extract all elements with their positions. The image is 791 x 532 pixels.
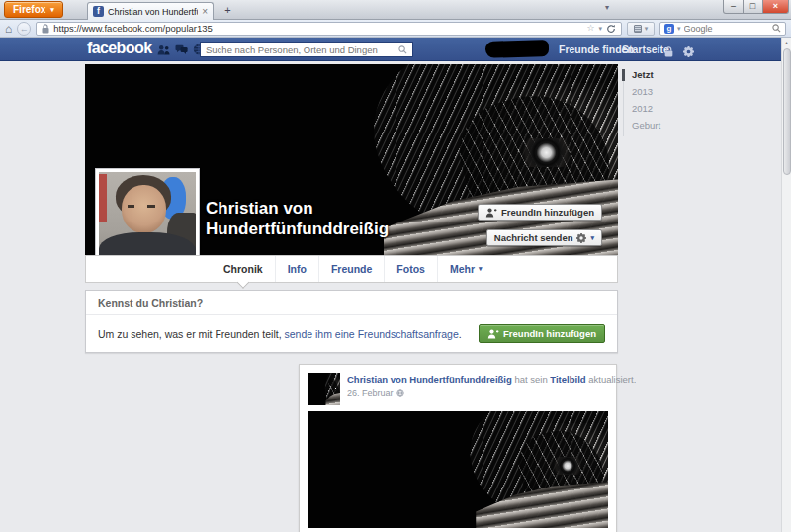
tab-fotos[interactable]: Fotos [384, 256, 437, 282]
lock-icon [42, 24, 49, 34]
profile-name-line1: Christian von [206, 198, 389, 219]
search-engine-dropdown-icon[interactable]: ▾ [677, 25, 681, 33]
web-search-box[interactable]: g ▾ [659, 22, 786, 36]
post-image[interactable] [308, 411, 608, 528]
post-timestamp[interactable]: 26. Februar [347, 388, 636, 398]
facebook-logo[interactable]: facebook [87, 40, 151, 57]
bookmark-star-icon[interactable]: ☆ [586, 24, 594, 33]
timeline-post: Christian von Hundertfünfunddreißig hat … [299, 364, 617, 532]
facebook-favicon-icon: f [93, 6, 104, 17]
url-input[interactable] [53, 23, 582, 34]
scrollbar[interactable]: ▴ [781, 38, 791, 532]
tab-chronik[interactable]: Chronik [212, 256, 275, 282]
tab-mehr[interactable]: Mehr▾ [437, 256, 494, 282]
timeline-item-geburt[interactable]: Geburt [632, 120, 660, 132]
timeline-nav: Jetzt 2013 2012 Geburt [623, 69, 660, 136]
profile-tabbar: Chronik Info Freunde Fotos Mehr▾ [85, 255, 618, 283]
add-friend-button[interactable]: FreundIn hinzufügen [478, 204, 602, 221]
send-message-label: Nachricht senden [494, 232, 573, 243]
search-icon[interactable] [772, 24, 781, 33]
scroll-up-icon[interactable]: ▴ [782, 38, 791, 47]
browser-toolbar: ⌂ ← ☆ ▾ ▾ g ▾ [0, 20, 791, 38]
new-tab-button[interactable]: + [220, 4, 236, 18]
home-icon[interactable]: ⌂ [5, 23, 12, 35]
chevron-down-icon[interactable]: ▾ [590, 234, 594, 242]
google-logo-icon[interactable]: g [664, 24, 674, 34]
browser-tab[interactable]: f Christian von Hundertfünfunddreißig × [87, 2, 214, 20]
timeline-item-jetzt[interactable]: Jetzt [632, 69, 660, 81]
firefox-menu-button[interactable]: Firefox ▾ [4, 1, 63, 18]
redacted-username[interactable] [485, 40, 549, 58]
web-search-input[interactable] [684, 24, 769, 34]
add-friend-button-green[interactable]: FreundIn hinzufügen [479, 324, 605, 343]
facebook-nav-icons [157, 44, 205, 55]
friend-request-link[interactable]: sende ihm eine Freundschaftsanfrage [285, 328, 459, 340]
chevron-down-icon: ▾ [479, 256, 483, 282]
post-header-text: Christian von Hundertfünfunddreißig hat … [347, 373, 636, 386]
firefox-menu-label: Firefox [13, 2, 45, 17]
search-icon[interactable] [398, 45, 407, 54]
bookmarks-icon [634, 25, 642, 33]
post-avatar[interactable] [308, 373, 340, 405]
maximize-button[interactable]: □ [743, 0, 763, 14]
add-friend-icon [487, 329, 499, 339]
tab-title: Christian von Hundertfünfunddreißig [108, 7, 198, 17]
list-tabs-icon[interactable]: ▾ [605, 3, 609, 12]
messages-icon[interactable] [175, 44, 188, 55]
profile-name: Christian von Hundertfünfunddreißig [206, 198, 389, 239]
post-object-link[interactable]: Titelbild [550, 374, 585, 385]
facebook-navbar: facebook Freunde finden Startseite [0, 38, 781, 61]
know-christian-box: Kennst du Christian? Um zu sehen, was er… [85, 290, 618, 353]
timeline-item-2012[interactable]: 2012 [632, 103, 660, 115]
back-button[interactable]: ← [17, 22, 31, 36]
privacy-lock-icon[interactable] [664, 44, 673, 61]
gear-icon[interactable] [576, 233, 586, 243]
profile-name-line2: Hundertfünfunddreißig [206, 219, 389, 239]
window-controls: – □ × [724, 0, 789, 14]
reload-icon[interactable] [606, 24, 616, 34]
know-box-title: Kennst du Christian? [86, 291, 617, 315]
chevron-down-icon: ▾ [50, 5, 54, 15]
privacy-globe-icon [396, 389, 404, 397]
friend-requests-icon[interactable] [157, 44, 170, 55]
post-author-link[interactable]: Christian von Hundertfünfunddreißig [347, 374, 512, 385]
tab-freunde[interactable]: Freunde [318, 256, 384, 282]
tab-info[interactable]: Info [275, 256, 318, 282]
home-link[interactable]: Startseite [622, 44, 669, 55]
send-message-button[interactable]: Nachricht senden ▾ [486, 229, 602, 246]
facebook-search-input[interactable] [206, 44, 395, 55]
cover-actions: FreundIn hinzufügen Nachricht senden ▾ [478, 204, 602, 246]
window-titlebar: Firefox ▾ f Christian von Hundertfünfund… [0, 0, 791, 20]
chevron-down-icon: ▾ [645, 25, 649, 33]
gear-icon[interactable] [683, 44, 694, 61]
url-bar[interactable]: ☆ ▾ [36, 22, 622, 36]
minimize-button[interactable]: – [723, 0, 744, 14]
timeline-item-2013[interactable]: 2013 [632, 86, 660, 98]
bookmarks-button[interactable]: ▾ [627, 22, 655, 36]
add-friend-icon [485, 208, 497, 218]
tab-close-icon[interactable]: × [202, 7, 208, 17]
close-button[interactable]: × [762, 0, 789, 14]
facebook-page: Christian von Hundertfünfunddreißig Freu… [0, 61, 781, 532]
know-box-text: Um zu sehen, was er mit Freunden teilt, … [98, 328, 469, 340]
url-dropdown-icon[interactable]: ▾ [598, 25, 602, 33]
facebook-search-bar[interactable] [200, 42, 413, 57]
scrollbar-thumb[interactable] [783, 48, 791, 175]
add-friend-label: FreundIn hinzufügen [501, 207, 594, 218]
add-friend-label: FreundIn hinzufügen [503, 328, 596, 339]
browser-window: Firefox ▾ f Christian von Hundertfünfund… [0, 0, 791, 532]
